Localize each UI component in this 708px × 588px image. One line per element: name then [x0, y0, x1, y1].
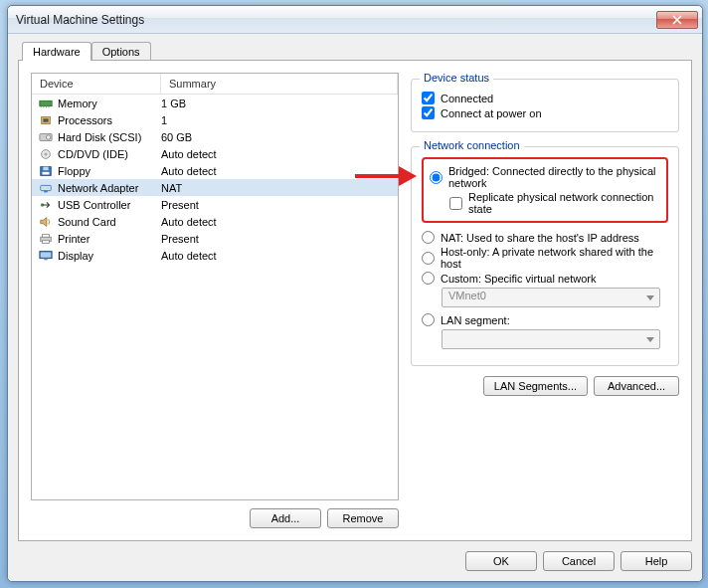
device-summary: Present — [161, 233, 392, 245]
svg-rect-15 — [44, 190, 48, 192]
close-icon — [672, 15, 682, 25]
add-button[interactable]: Add... — [250, 508, 321, 528]
titlebar[interactable]: Virtual Machine Settings — [8, 6, 702, 34]
replicate-row[interactable]: Replicate physical network connection st… — [449, 191, 660, 215]
connected-row[interactable]: Connected — [422, 92, 668, 104]
svg-rect-2 — [43, 105, 44, 107]
cd-icon — [38, 147, 54, 161]
right-pane: Device status Connected Connect at power… — [411, 73, 679, 528]
device-name: Printer — [58, 233, 161, 245]
lanseg-row[interactable]: LAN segment: — [422, 313, 668, 326]
bridged-highlight: Bridged: Connected directly to the physi… — [422, 157, 668, 223]
help-button[interactable]: Help — [620, 551, 692, 571]
close-button[interactable] — [656, 11, 698, 29]
sound-icon — [38, 215, 54, 229]
printer-icon — [38, 232, 54, 246]
bridged-radio[interactable] — [430, 171, 442, 184]
nat-row[interactable]: NAT: Used to share the host's IP address — [422, 231, 668, 244]
bridged-row[interactable]: Bridged: Connected directly to the physi… — [430, 165, 660, 189]
window-title: Virtual Machine Settings — [16, 13, 656, 27]
svg-rect-12 — [43, 166, 48, 170]
hostonly-row[interactable]: Host-only: A private network shared with… — [422, 246, 668, 270]
hdd-icon — [38, 130, 54, 144]
tab-options[interactable]: Options — [91, 42, 151, 61]
poweron-checkbox[interactable] — [422, 106, 435, 119]
memory-icon — [38, 97, 54, 110]
device-summary: 1 — [161, 114, 392, 126]
connected-label: Connected — [441, 93, 493, 104]
device-row-cpu[interactable]: Processors1 — [32, 111, 398, 128]
lan-segments-button[interactable]: LAN Segments... — [483, 376, 588, 396]
tab-content: Device Summary Memory1 GBProcessors1Hard… — [18, 60, 692, 541]
tab-hardware[interactable]: Hardware — [22, 42, 91, 61]
device-status-group: Device status Connected Connect at power… — [411, 79, 679, 132]
bridged-label: Bridged: Connected directly to the physi… — [448, 165, 660, 189]
device-row-sound[interactable]: Sound CardAuto detect — [32, 213, 398, 230]
device-summary: Auto detect — [161, 250, 392, 262]
connected-checkbox[interactable] — [422, 92, 435, 104]
svg-point-10 — [45, 152, 47, 154]
hostonly-label: Host-only: A private network shared with… — [441, 246, 668, 270]
ok-button[interactable]: OK — [465, 551, 537, 571]
nat-label: NAT: Used to share the host's IP address — [441, 232, 639, 244]
device-name: USB Controller — [58, 199, 161, 211]
device-row-cd[interactable]: CD/DVD (IDE)Auto detect — [32, 145, 398, 162]
device-summary: NAT — [161, 182, 392, 194]
replicate-checkbox[interactable] — [449, 197, 462, 210]
usb-icon — [38, 198, 54, 212]
device-name: Sound Card — [58, 216, 161, 228]
svg-rect-3 — [46, 105, 47, 107]
device-row-floppy[interactable]: FloppyAuto detect — [32, 162, 398, 179]
device-row-printer[interactable]: PrinterPresent — [32, 230, 398, 247]
device-name: Display — [58, 250, 161, 262]
network-connection-group: Network connection Bridged: Connected di… — [411, 146, 679, 366]
remove-button[interactable]: Remove — [327, 508, 399, 528]
col-device[interactable]: Device — [32, 74, 161, 94]
lanseg-label: LAN segment: — [441, 314, 510, 326]
col-summary[interactable]: Summary — [161, 74, 398, 94]
nat-radio[interactable] — [422, 231, 435, 244]
device-name: Processors — [58, 114, 161, 126]
poweron-label: Connect at power on — [441, 107, 542, 119]
svg-rect-13 — [43, 171, 50, 174]
custom-radio[interactable] — [422, 272, 435, 285]
cancel-button[interactable]: Cancel — [543, 551, 615, 571]
device-name: Network Adapter — [58, 182, 161, 194]
device-row-display[interactable]: DisplayAuto detect — [32, 247, 398, 264]
net-icon — [38, 181, 54, 195]
display-icon — [38, 249, 54, 263]
device-summary: Auto detect — [161, 165, 392, 177]
device-summary: Auto detect — [161, 148, 392, 160]
device-name: Hard Disk (SCSI) — [58, 131, 161, 143]
netconn-legend: Network connection — [420, 139, 524, 151]
cpu-icon — [38, 113, 54, 127]
device-name: Floppy — [58, 165, 161, 177]
hostonly-radio[interactable] — [422, 252, 435, 265]
device-list-header: Device Summary — [32, 74, 398, 95]
floppy-icon — [38, 164, 54, 178]
svg-rect-18 — [43, 234, 50, 237]
svg-rect-1 — [41, 105, 42, 107]
custom-combo[interactable]: VMnet0 — [442, 288, 660, 307]
device-row-net[interactable]: Network AdapterNAT — [32, 179, 398, 196]
advanced-button[interactable]: Advanced... — [594, 376, 679, 396]
device-name: Memory — [58, 98, 161, 109]
custom-row[interactable]: Custom: Specific virtual network — [422, 272, 668, 285]
left-pane: Device Summary Memory1 GBProcessors1Hard… — [31, 73, 399, 528]
device-row-memory[interactable]: Memory1 GB — [32, 95, 398, 111]
device-row-hdd[interactable]: Hard Disk (SCSI)60 GB — [32, 128, 398, 145]
device-list[interactable]: Device Summary Memory1 GBProcessors1Hard… — [31, 73, 399, 500]
settings-window: Virtual Machine Settings Hardware Option… — [7, 5, 703, 582]
svg-rect-0 — [40, 100, 52, 105]
svg-rect-21 — [41, 252, 52, 257]
lanseg-radio[interactable] — [422, 313, 435, 326]
lanseg-combo[interactable] — [442, 329, 660, 349]
device-row-usb[interactable]: USB ControllerPresent — [32, 196, 398, 213]
svg-rect-14 — [41, 185, 52, 190]
device-status-legend: Device status — [420, 72, 493, 84]
poweron-row[interactable]: Connect at power on — [422, 106, 668, 119]
replicate-label: Replicate physical network connection st… — [468, 191, 660, 215]
device-summary: 1 GB — [161, 98, 392, 109]
tabs: Hardware Options — [18, 42, 692, 61]
svg-point-8 — [46, 134, 50, 138]
